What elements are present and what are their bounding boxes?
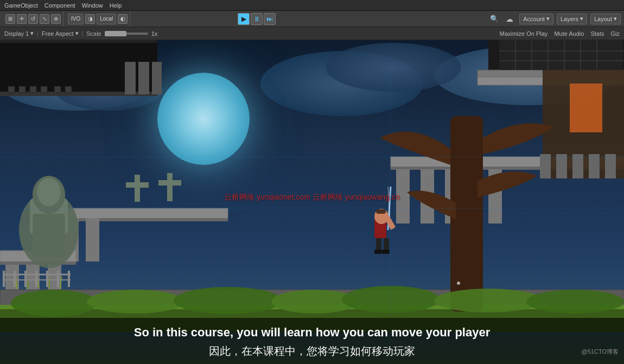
menu-component[interactable]: Component [44,2,75,9]
cloud-4 [54,67,163,111]
subtitle-area: So in this course, you will learn how yo… [0,318,624,364]
bar-right-options: Maximize On Play Mute Audio Stats Giz [500,30,620,37]
rotate-tool[interactable]: ↺ [28,14,38,24]
display-dropdown-icon: ▾ [30,30,34,37]
move-tool[interactable]: ✛ [17,14,27,24]
layers-dropdown-icon: ▾ [580,15,583,22]
display-selector[interactable]: Display 1 ▾ [4,30,34,37]
toolbar-right: 🔍 ☁ Account ▾ Layers ▾ Layout ▾ [489,12,621,25]
search-icon[interactable]: 🔍 [489,14,500,24]
separator-2: | [82,30,84,36]
ivo-button[interactable]: IVO [68,14,84,24]
play-button[interactable]: ▶ [238,13,250,25]
layout-label: Layout [594,16,612,22]
account-button[interactable]: Account ▾ [519,14,553,24]
aspect-label: Free Aspect [42,30,74,37]
menu-window[interactable]: Window [82,2,103,9]
second-bar: Display 1 ▾ | Free Aspect ▾ | Scale 1x M… [0,27,624,40]
layers-button[interactable]: Layers ▾ [557,14,587,24]
play-icon: ▶ [241,15,246,23]
display-label: Display 1 [4,30,29,37]
separator-1: | [37,30,39,36]
local-button[interactable]: Local [97,14,116,24]
cloud-5 [326,43,461,92]
menu-gameobject[interactable]: GameObject [4,2,38,9]
main-toolbar: ⊞ ✛ ↺ ⤡ ⊕ IVO ◑ Local ◐ ▶ ⏸ ⏭ 🔍 ☁ Accoun… [0,11,624,27]
subtitle-chinese: 因此，在本课程中，您将学习如何移动玩家 [16,343,608,359]
gizmos-btn[interactable]: Giz [611,30,620,37]
play-controls: ▶ ⏸ ⏭ [238,13,276,25]
local-icon[interactable]: ◐ [118,14,128,24]
game-view: 云桥网络 yunqiaonet.com 云桥网络 yunqiaowang.cn … [0,40,624,364]
maximize-on-play-btn[interactable]: Maximize On Play [500,30,548,37]
scale-label: Scale [86,30,101,37]
mute-audio-btn[interactable]: Mute Audio [554,30,584,37]
pivot-group: IVO ◑ Local ◐ [66,11,130,27]
account-dropdown-icon: ▾ [546,15,550,22]
aspect-dropdown-icon: ▾ [75,30,79,37]
scale-tool[interactable]: ⤡ [40,14,49,24]
layout-button[interactable]: Layout ▾ [590,14,621,24]
subtitle-english: So in this course, you will learn how yo… [16,324,608,341]
watermark-bottom-right: @51CTO博客 [582,348,619,356]
transform-tool[interactable]: ⊕ [51,14,61,24]
cloud-icon[interactable]: ☁ [503,12,516,25]
cloud-3 [434,46,624,105]
account-label: Account [523,16,545,22]
pivot-icon[interactable]: ◑ [85,14,95,24]
pause-icon: ⏸ [253,15,260,23]
watermark-text: 云桥网络 yunqiaonet.com 云桥网络 yunqiaowang.cn [224,193,400,202]
menu-help[interactable]: Help [110,2,122,9]
layout-dropdown-icon: ▾ [614,15,617,22]
moon [157,73,250,165]
scale-slider[interactable] [105,33,148,35]
pause-button[interactable]: ⏸ [251,13,263,25]
rect-select-tool[interactable]: ⊞ [5,14,15,24]
tool-group: ⊞ ✛ ↺ ⤡ ⊕ [3,11,63,27]
aspect-selector[interactable]: Free Aspect ▾ [42,30,79,37]
stats-btn[interactable]: Stats [590,30,604,37]
step-icon: ⏭ [266,15,273,23]
layers-label: Layers [561,16,578,22]
scale-value: 1x [151,30,158,37]
step-button[interactable]: ⏭ [264,13,276,25]
menu-bar: GameObject Component Window Help [0,0,624,11]
